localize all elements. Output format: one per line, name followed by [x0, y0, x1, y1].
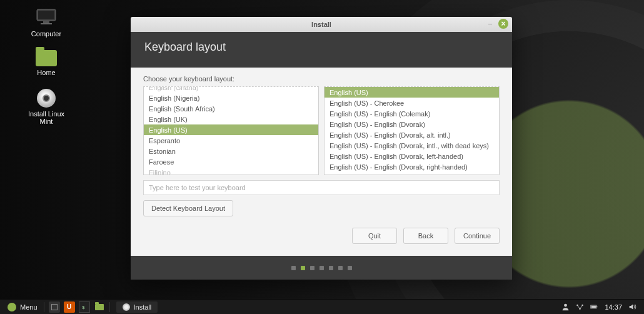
- svg-rect-4: [51, 304, 57, 310]
- separator: [44, 302, 44, 312]
- svg-rect-1: [38, 11, 54, 19]
- firefox-launcher[interactable]: U: [64, 301, 75, 313]
- installer-body: Choose your keyboard layout: English (Gh…: [131, 68, 512, 256]
- keyboard-test-input[interactable]: [143, 180, 500, 195]
- progress-dot: [310, 266, 314, 270]
- desktop-icon-install[interactable]: Install Linux Mint: [21, 89, 71, 125]
- list-item[interactable]: English (US): [325, 87, 499, 98]
- network-icon[interactable]: [576, 303, 584, 311]
- close-button[interactable]: ×: [498, 19, 508, 29]
- folder-icon: [95, 304, 104, 310]
- progress-dot: [329, 266, 333, 270]
- list-item[interactable]: English (US) - English (Dvorak, right-ha…: [325, 161, 499, 172]
- list-item[interactable]: English (US) - English (Dvorak, left-han…: [325, 151, 499, 161]
- svg-rect-3: [41, 23, 52, 24]
- svg-rect-11: [596, 306, 598, 308]
- layout-prompt: Choose your keyboard layout:: [143, 75, 500, 83]
- system-tray: 14:37: [561, 303, 640, 311]
- back-button[interactable]: Back: [403, 228, 448, 244]
- progress-dot: [301, 266, 305, 270]
- folder-icon: [36, 50, 57, 66]
- quit-button[interactable]: Quit: [352, 228, 397, 244]
- list-item[interactable]: English (UK): [144, 114, 318, 124]
- list-item[interactable]: Filipino: [144, 167, 318, 175]
- taskbar-task-install[interactable]: Install: [116, 301, 158, 313]
- continue-button[interactable]: Continue: [455, 228, 500, 244]
- svg-rect-12: [591, 306, 596, 308]
- svg-point-6: [565, 304, 568, 307]
- installer-header: Keyboard layout: [131, 32, 512, 68]
- detect-layout-button[interactable]: Detect Keyboard Layout: [143, 200, 233, 216]
- page-heading: Keyboard layout: [144, 41, 498, 54]
- svg-text:$: $: [82, 305, 85, 310]
- list-item[interactable]: English (US) - English (Colemak): [325, 108, 499, 119]
- task-label: Install: [134, 303, 152, 311]
- desktop-icon-home[interactable]: Home: [21, 50, 71, 76]
- clock[interactable]: 14:37: [605, 303, 622, 311]
- show-desktop-button[interactable]: [49, 301, 60, 313]
- files-launcher[interactable]: [94, 301, 105, 313]
- user-icon[interactable]: [561, 303, 570, 311]
- progress-dot: [291, 266, 296, 270]
- list-item[interactable]: English (Ghana): [144, 86, 318, 93]
- terminal-launcher[interactable]: $: [79, 301, 90, 313]
- list-item[interactable]: English (South Africa): [144, 103, 318, 114]
- progress-dot: [348, 266, 352, 270]
- mint-logo-icon: [8, 303, 16, 311]
- minimize-button[interactable]: –: [486, 19, 495, 28]
- progress-dot: [338, 266, 343, 270]
- battery-icon[interactable]: [590, 303, 598, 311]
- menu-button[interactable]: Menu: [4, 300, 41, 314]
- nav-buttons: Quit Back Continue: [143, 228, 500, 244]
- list-item[interactable]: Esperanto: [144, 135, 318, 146]
- computer-icon: [34, 6, 59, 28]
- svg-rect-2: [43, 21, 49, 23]
- disc-icon: [37, 89, 56, 108]
- list-item[interactable]: Faroese: [144, 156, 318, 167]
- list-item[interactable]: Estonian: [144, 146, 318, 156]
- list-item[interactable]: English (Nigeria): [144, 93, 318, 103]
- volume-icon[interactable]: [628, 303, 636, 311]
- list-item[interactable]: English (US) - English (Dvorak, alt. int…: [325, 129, 499, 140]
- separator: [109, 302, 110, 312]
- progress-dot: [319, 266, 324, 270]
- list-item[interactable]: English (US) - Cherokee: [325, 98, 499, 108]
- desktop-icon-label: Computer: [31, 30, 61, 38]
- layout-language-list[interactable]: English (Ghana)English (Nigeria)English …: [143, 86, 319, 175]
- layout-variant-list[interactable]: English (US)English (US) - CherokeeEngli…: [324, 86, 500, 175]
- menu-label: Menu: [20, 303, 38, 311]
- disc-icon: [123, 303, 130, 311]
- progress-dots: [131, 256, 512, 280]
- taskbar: Menu U $ Install 14:37: [0, 299, 644, 314]
- window-titlebar[interactable]: Install – ×: [131, 17, 512, 32]
- desktop-icon-computer[interactable]: Computer: [21, 6, 71, 38]
- window-title: Install: [311, 21, 331, 28]
- list-item[interactable]: English (US): [144, 124, 318, 135]
- desktop-icon-label: Install Linux Mint: [21, 110, 71, 125]
- list-item[interactable]: English (US) - English (Dvorak): [325, 119, 499, 129]
- list-item[interactable]: English (US) - English (Dvorak, intl., w…: [325, 140, 499, 151]
- desktop-icon-label: Home: [37, 69, 55, 76]
- desktop-icons: Computer Home Install Linux Mint: [21, 6, 71, 125]
- installer-window: Install – × Keyboard layout Choose your …: [131, 17, 512, 280]
- window-controls: – ×: [486, 19, 508, 29]
